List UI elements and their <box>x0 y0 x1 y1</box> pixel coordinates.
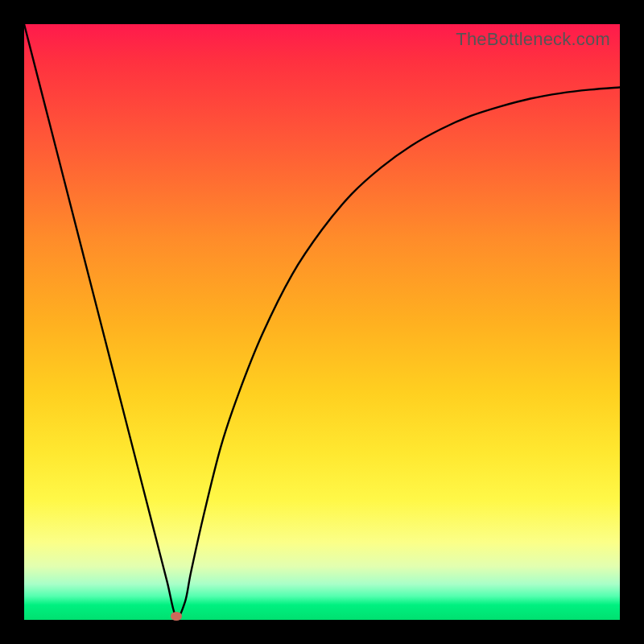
bottleneck-curve <box>24 24 620 620</box>
optimum-marker <box>171 612 182 621</box>
chart-plot-area: TheBottleneck.com <box>24 24 620 620</box>
